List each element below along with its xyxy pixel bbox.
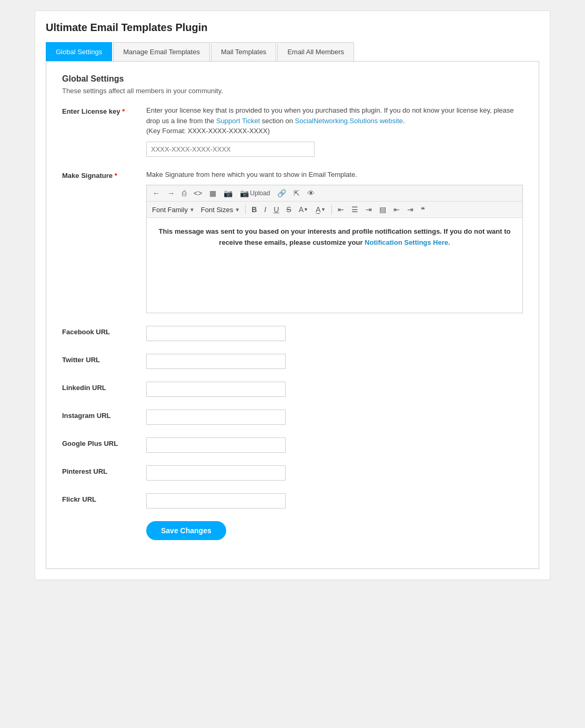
- tab-mail-templates[interactable]: Mail Templates: [211, 42, 276, 61]
- page-wrapper: Ultimate Email Templates Plugin Global S…: [35, 11, 550, 580]
- instagram-label: Instagram URL: [62, 410, 146, 420]
- tab-manage-email-templates[interactable]: Manage Email Templates: [113, 42, 210, 61]
- fullscreen-button[interactable]: ⇱: [291, 187, 302, 199]
- toolbar-separator-2: [331, 205, 332, 214]
- linkedin-label: Linkedin URL: [62, 382, 146, 392]
- signature-description: Make Signature from here which you want …: [146, 169, 523, 180]
- twitter-field: [146, 354, 523, 369]
- signature-required-star: *: [115, 172, 117, 179]
- panel-title: Global Settings: [62, 74, 523, 84]
- linkedin-field: [146, 382, 523, 397]
- tab-email-all-members[interactable]: Email All Members: [277, 42, 354, 61]
- copy-button[interactable]: ⎙: [179, 187, 189, 199]
- upload-button[interactable]: 📷 Upload: [237, 187, 273, 199]
- font-family-dropdown[interactable]: Font Family ▼: [150, 205, 197, 215]
- save-row: Save Changes: [62, 521, 523, 540]
- blockquote-button[interactable]: ❝: [418, 204, 428, 215]
- editor-content[interactable]: This message was sent to you based on yo…: [147, 218, 522, 313]
- socialnetworking-link[interactable]: SocialNetworking.Solutions website: [295, 117, 403, 125]
- twitter-label: Twitter URL: [62, 354, 146, 364]
- facebook-row: Facebook URL: [62, 326, 523, 341]
- twitter-input[interactable]: [146, 354, 286, 369]
- toolbar-separator-1: [245, 205, 246, 214]
- flickr-row: Flickr URL: [62, 493, 523, 508]
- instagram-row: Instagram URL: [62, 410, 523, 425]
- pinterest-label: Pinterest URL: [62, 465, 146, 475]
- flickr-label: Flickr URL: [62, 493, 146, 503]
- font-family-arrow-icon: ▼: [189, 207, 195, 213]
- flickr-field: [146, 493, 523, 508]
- underline-button[interactable]: U: [271, 204, 281, 215]
- font-color-button[interactable]: A▼: [296, 204, 311, 215]
- indent-increase-button[interactable]: ⇥: [405, 204, 416, 215]
- facebook-field: [146, 326, 523, 341]
- google-plus-field: [146, 437, 523, 453]
- save-changes-button[interactable]: Save Changes: [146, 521, 226, 540]
- align-center-button[interactable]: ☰: [349, 204, 361, 215]
- facebook-label: Facebook URL: [62, 326, 146, 336]
- signature-label: Make Signature *: [62, 169, 146, 179]
- font-sizes-dropdown[interactable]: Font Sizes ▼: [199, 205, 242, 215]
- signature-editor: ← → ⎙ <> ▦ 📷 📷 Upload 🔗 ⇱ 👁: [146, 185, 523, 313]
- align-right-button[interactable]: ⇥: [363, 204, 375, 215]
- instagram-field: [146, 410, 523, 425]
- image-button[interactable]: 📷: [221, 187, 235, 199]
- license-required-star: *: [122, 107, 125, 115]
- license-key-field: Enter your license key that is provided …: [146, 105, 523, 157]
- facebook-input[interactable]: [146, 326, 286, 341]
- undo-button[interactable]: ←: [150, 187, 163, 199]
- source-button[interactable]: <>: [191, 187, 205, 199]
- pinterest-row: Pinterest URL: [62, 465, 523, 481]
- support-ticket-link[interactable]: Support Ticket: [216, 117, 260, 125]
- google-plus-label: Google Plus URL: [62, 437, 146, 447]
- table-button[interactable]: ▦: [207, 187, 219, 199]
- notification-settings-link[interactable]: Notification Settings Here.: [365, 238, 450, 246]
- license-key-description: Enter your license key that is provided …: [146, 105, 523, 136]
- strikethrough-button[interactable]: S: [284, 204, 294, 215]
- flickr-input[interactable]: [146, 493, 286, 508]
- bold-button[interactable]: B: [249, 204, 259, 215]
- preview-button[interactable]: 👁: [305, 187, 317, 199]
- instagram-input[interactable]: [146, 410, 286, 425]
- pinterest-input[interactable]: [146, 465, 286, 481]
- content-panel: Global Settings These settings affect al…: [46, 62, 539, 569]
- link-button[interactable]: 🔗: [275, 187, 289, 199]
- align-left-button[interactable]: ⇤: [335, 204, 347, 215]
- linkedin-input[interactable]: [146, 382, 286, 397]
- tab-bar: Global Settings Manage Email Templates M…: [46, 42, 539, 62]
- italic-button[interactable]: I: [261, 204, 269, 215]
- page-title: Ultimate Email Templates Plugin: [46, 22, 539, 34]
- pinterest-field: [146, 465, 523, 481]
- align-justify-button[interactable]: ▤: [377, 204, 389, 215]
- signature-row: Make Signature * Make Signature from her…: [62, 169, 523, 314]
- signature-field: Make Signature from here which you want …: [146, 169, 523, 314]
- tab-global-settings[interactable]: Global Settings: [46, 42, 112, 61]
- editor-toolbar-bottom: Font Family ▼ Font Sizes ▼ B I U S A▼: [147, 202, 522, 218]
- license-key-row: Enter License key * Enter your license k…: [62, 105, 523, 157]
- editor-toolbar-top: ← → ⎙ <> ▦ 📷 📷 Upload 🔗 ⇱ 👁: [147, 185, 522, 202]
- redo-button[interactable]: →: [165, 187, 177, 199]
- save-label-spacer: [62, 521, 146, 523]
- font-sizes-arrow-icon: ▼: [235, 207, 240, 213]
- save-field: Save Changes: [146, 521, 523, 540]
- google-plus-row: Google Plus URL: [62, 437, 523, 453]
- linkedin-row: Linkedin URL: [62, 382, 523, 397]
- bg-color-button[interactable]: A̲▼: [313, 204, 328, 215]
- twitter-row: Twitter URL: [62, 354, 523, 369]
- google-plus-input[interactable]: [146, 437, 286, 453]
- panel-subtitle: These settings affect all members in you…: [62, 87, 523, 95]
- license-key-label: Enter License key *: [62, 105, 146, 115]
- indent-decrease-button[interactable]: ⇤: [391, 204, 402, 215]
- license-key-input[interactable]: [146, 142, 315, 157]
